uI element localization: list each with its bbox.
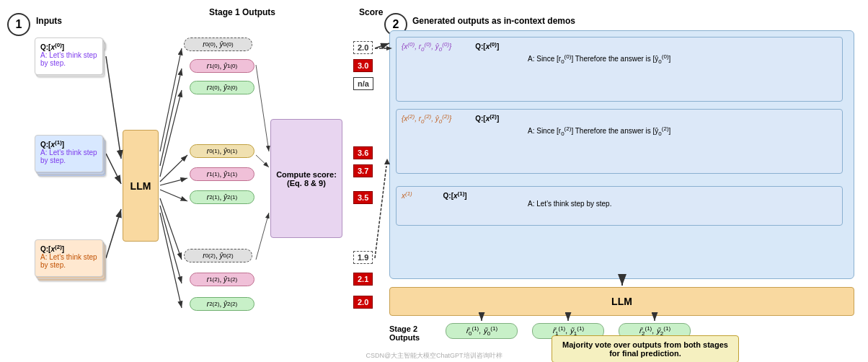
- svg-line-2: [106, 154, 121, 184]
- llm-box-stage2: LLM: [389, 287, 854, 316]
- score-val-2-0: 1.9: [353, 251, 373, 264]
- query1-a: A: Let's think step by step.: [528, 200, 611, 208]
- llm-box-stage1: LLM: [123, 130, 159, 242]
- input0-q: Q:[x(0)]: [40, 43, 64, 51]
- svg-line-7: [160, 155, 187, 182]
- svg-line-19: [375, 166, 386, 258]
- score-label: Score: [359, 7, 383, 17]
- demo0-a: A: Since [r0(0)] Therefore the answer is…: [528, 55, 670, 63]
- svg-line-12: [160, 213, 182, 308]
- svg-line-9: [160, 190, 187, 201]
- demo2-a: A: Since [r0(2)] Therefore the answer is…: [528, 127, 670, 135]
- right-panel: {x(0), r0(0), ŷ0(0)} Q:[x(0)] A: Since […: [389, 30, 854, 279]
- svg-line-13: [256, 65, 269, 151]
- svg-line-5: [160, 69, 182, 166]
- input1-q: Q:[x(1)]: [40, 141, 64, 149]
- demo-card-2: {x(2), r0(2), ŷ0(2)} Q:[x(2)] A: Since […: [396, 109, 843, 174]
- inputs-label: Inputs: [36, 16, 62, 26]
- svg-line-8: [160, 178, 187, 185]
- demo2-set: {x(2), r0(2), ŷ0(2)}: [402, 115, 451, 123]
- stage2-outputs-label: Stage 2 Outputs: [389, 325, 420, 342]
- query-card-1: x(1) Q:[x(1)] A: Let's think step by ste…: [396, 186, 843, 226]
- input-card-1: Q:[x(1)] A: Let's think step by step.: [35, 135, 103, 172]
- majority-vote-box: Majority vote over outputs from both sta…: [552, 335, 739, 362]
- score-val-0-0: 2.0: [353, 41, 373, 54]
- output-pill-1-0: r0(1), ŷ0(1): [190, 144, 254, 158]
- output-pill-2-1: r1(2), ŷ1(2): [190, 273, 254, 286]
- svg-line-11: [160, 206, 182, 283]
- demo2-q: Q:[x(2)]: [475, 115, 499, 123]
- demo-card-0: {x(0), r0(0), ŷ0(0)} Q:[x(0)] A: Since […: [396, 37, 843, 102]
- input2-a: A: Let's think step by step.: [40, 253, 97, 269]
- svg-line-4: [160, 48, 182, 151]
- svg-line-14: [256, 155, 269, 167]
- stage1-circle: 1: [7, 13, 30, 36]
- svg-line-6: [160, 90, 182, 177]
- output-pill-2-0: r0(2), ŷ0(2): [184, 249, 252, 262]
- output-pill-2-2: r2(2), ŷ2(2): [190, 297, 254, 311]
- score-val-2-2: 2.0: [353, 296, 373, 309]
- score-val-1-0: 3.6: [353, 146, 373, 159]
- stage1-outputs-label: Stage 1 Outputs: [209, 7, 275, 17]
- query1-x: x(1): [402, 192, 412, 200]
- generated-label: Generated outputs as in-context demos: [412, 16, 575, 26]
- input-card-2: Q:[x(2)] A: Let's think step by step.: [35, 239, 103, 277]
- output-pill-0-1: r1(0), ŷ1(0): [190, 59, 254, 73]
- score-val-1-2: 3.5: [353, 191, 373, 204]
- diagram-container: 1 Inputs Q:[x(0)] A: Let's think step by…: [0, 0, 868, 362]
- svg-line-1: [106, 56, 121, 159]
- query1-q: Q:[x(1)]: [443, 192, 467, 200]
- svg-line-16: [375, 43, 389, 48]
- svg-line-3: [106, 209, 121, 258]
- output-pill-1-2: r2(1), ŷ2(1): [190, 190, 254, 204]
- output-pill-1-1: r1(1), ŷ1(1): [190, 167, 254, 181]
- svg-line-10: [160, 198, 182, 260]
- compute-score-box: Compute score: (Eq. 8 & 9): [270, 119, 342, 238]
- output-pill-0-2: r2(0), ŷ2(0): [190, 81, 254, 94]
- input0-a: A: Let's think step by step.: [40, 51, 97, 67]
- score-val-2-1: 2.1: [353, 273, 373, 286]
- demo0-q: Q:[x(0)]: [475, 43, 499, 50]
- demo0-set: {x(0), r0(0), ŷ0(0)}: [402, 43, 451, 50]
- score-val-0-2: n/a: [353, 77, 373, 90]
- watermark: CSDN@大主智能大模空ChatGPT培训咨询叶梓: [366, 351, 502, 361]
- stage2-output-0: r̃0(1), ỹ0(1): [446, 323, 518, 339]
- score-val-1-1: 3.7: [353, 164, 373, 177]
- score-val-0-1: 3.0: [353, 59, 373, 72]
- input1-a: A: Let's think step by step.: [40, 149, 97, 164]
- input2-q: Q:[x(2)]: [40, 245, 64, 253]
- output-pill-0-0: r0(0), ŷ0(0): [184, 37, 252, 51]
- svg-line-15: [256, 213, 269, 260]
- input-card-0: Q:[x(0)] A: Let's think step by step.: [35, 37, 103, 75]
